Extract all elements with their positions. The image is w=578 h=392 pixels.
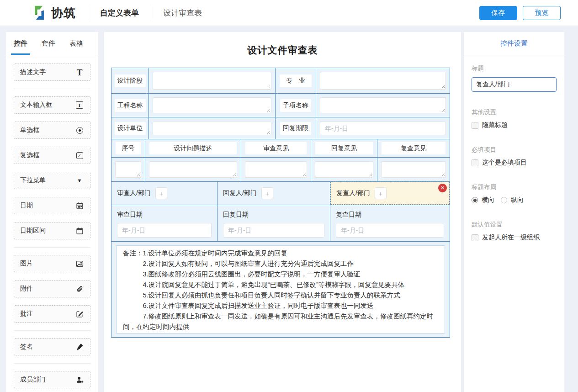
people-label: 复查人/部门 xyxy=(336,189,370,197)
control-item-label: 签名 xyxy=(20,343,33,351)
control-item-label: 日期区间 xyxy=(20,227,46,235)
field-label: 设计单位 xyxy=(115,122,146,135)
tab-kits[interactable]: 套件 xyxy=(42,32,55,55)
specialty-textarea[interactable] xyxy=(320,72,446,90)
reviewer-department-cell[interactable]: 审查人/部门 + xyxy=(111,182,217,205)
resize-handle-icon[interactable] xyxy=(440,108,445,112)
checkbox-icon: ✓ xyxy=(75,151,84,160)
reply-deadline-date-input[interactable] xyxy=(320,122,446,135)
design-issue-textarea[interactable] xyxy=(149,161,237,178)
table-input-cell xyxy=(241,158,311,181)
control-item-annotation[interactable]: 批注 xyxy=(14,305,90,323)
resize-handle-icon[interactable] xyxy=(440,84,445,88)
radio-icon[interactable] xyxy=(472,197,478,203)
control-item-date[interactable]: 日期 xyxy=(14,197,90,214)
rechecker-department-cell-selected[interactable]: 复查人/部门 + ✕ xyxy=(330,182,450,205)
nav-custom-form[interactable]: 自定义表单 xyxy=(100,8,139,18)
divider xyxy=(88,5,88,21)
subitem-name-textarea[interactable] xyxy=(320,97,446,113)
column-header: 审查意见 xyxy=(245,142,307,154)
resize-handle-icon[interactable] xyxy=(368,172,372,176)
checkbox-icon[interactable] xyxy=(472,122,478,129)
field-label: 专 业 xyxy=(280,74,312,87)
table-header-cell: 设计问题描述 xyxy=(145,139,241,157)
control-item-dropdown[interactable]: 下拉菜单 ▼ xyxy=(14,172,90,189)
layout-vertical-radio[interactable]: 纵向 xyxy=(501,196,524,204)
people-row: 审查人/部门 + 回复人/部门 + 复查人/部门 + ✕ xyxy=(111,182,450,205)
radio-icon[interactable] xyxy=(501,197,507,203)
design-unit-textarea[interactable] xyxy=(153,121,271,135)
table-input-cell xyxy=(145,158,241,181)
main-layout: 控件 套件 表格 描述文字 T 文本输入框 T 单选框 复选框 ✓ xyxy=(0,26,578,392)
resize-handle-icon[interactable] xyxy=(232,172,236,176)
serial-number-textarea[interactable] xyxy=(115,161,141,178)
control-item-label: 描述文字 xyxy=(20,68,46,76)
add-member-button[interactable]: + xyxy=(261,187,273,199)
title-input[interactable] xyxy=(472,77,557,92)
control-item-radio[interactable]: 单选框 xyxy=(14,122,90,139)
replier-department-cell[interactable]: 回复人/部门 + xyxy=(217,182,330,205)
divider xyxy=(14,363,90,364)
control-item-member-department[interactable]: 成员部门 xyxy=(14,371,90,388)
form-row: 设计阶段 专 业 xyxy=(111,68,450,94)
layout-horizontal-radio[interactable]: 横向 xyxy=(472,196,494,204)
tab-tables[interactable]: 表格 xyxy=(69,32,83,55)
form-title: 设计文件审查表 xyxy=(104,32,461,68)
tab-controls[interactable]: 控件 xyxy=(14,32,27,55)
control-item-description-text[interactable]: 描述文字 T xyxy=(14,64,90,81)
title-setting-label: 标题 xyxy=(472,64,557,73)
table-header-cell: 复查意见 xyxy=(377,139,450,157)
checkbox-icon[interactable] xyxy=(472,159,478,166)
design-stage-textarea[interactable] xyxy=(153,72,271,90)
save-button[interactable]: 保存 xyxy=(479,6,517,20)
review-date-input[interactable] xyxy=(117,223,212,238)
remark-line: 7.修改图纸原则上和审查表一同发送，如确是有原因可和业主沟通后先发审查表，修改图… xyxy=(123,311,438,332)
add-member-button[interactable]: + xyxy=(375,187,387,199)
field-input-cell xyxy=(149,117,276,139)
dropdown-icon: ▼ xyxy=(75,176,84,185)
resize-handle-icon[interactable] xyxy=(440,172,445,176)
top-bar: 协筑 自定义表单 设计审查表 保存 预览 xyxy=(0,0,578,26)
logo-icon xyxy=(31,5,48,21)
remarks-box[interactable]: 备注：1.设计单位必须在规定时间内完成审查意见的回复 2.设计回复人如有疑问，可… xyxy=(116,245,445,334)
table-header-row: 序号 设计问题描述 审查意见 回复意见 复查意见 xyxy=(111,139,450,158)
control-item-checkbox[interactable]: 复选框 ✓ xyxy=(14,147,90,164)
resize-handle-icon[interactable] xyxy=(136,172,140,176)
image-icon xyxy=(75,259,84,268)
delete-control-button[interactable]: ✕ xyxy=(438,184,447,192)
default-org-checkbox[interactable]: 发起人所在一级组织 xyxy=(472,233,557,242)
reply-date-input[interactable] xyxy=(223,223,324,238)
resize-handle-icon[interactable] xyxy=(266,130,270,134)
hide-title-checkbox[interactable]: 隐藏标题 xyxy=(472,121,557,129)
control-item-attachment[interactable]: 附件 xyxy=(14,280,90,297)
radio-label: 横向 xyxy=(482,196,494,204)
control-item-text-input[interactable]: 文本输入框 T xyxy=(14,96,90,114)
date-icon xyxy=(75,201,84,210)
table-input-cell xyxy=(377,158,450,181)
resize-handle-icon[interactable] xyxy=(266,108,270,112)
table-input-row xyxy=(111,158,450,182)
remark-line: 备注：1.设计单位必须在规定时间内完成审查意见的回复 xyxy=(123,248,438,259)
reply-date-cell: 回复日期 xyxy=(217,205,330,241)
recheck-opinion-textarea[interactable] xyxy=(381,161,446,178)
required-checkbox[interactable]: 这个是必填项目 xyxy=(472,159,557,167)
preview-button[interactable]: 预览 xyxy=(523,6,561,20)
control-item-signature[interactable]: 签名 xyxy=(14,338,90,355)
remark-line: 6.设计文件审查表回复完成后扫描发送业主验证，同时电子版审查表也一同发送 xyxy=(123,301,438,311)
project-name-textarea[interactable] xyxy=(153,97,271,113)
reply-opinion-textarea[interactable] xyxy=(315,161,373,178)
resize-handle-icon[interactable] xyxy=(266,84,270,88)
logo[interactable]: 协筑 xyxy=(31,5,76,21)
control-item-date-range[interactable]: 日期区间 xyxy=(14,222,90,239)
add-member-button[interactable]: + xyxy=(155,187,167,199)
control-item-image[interactable]: 图片 xyxy=(14,255,90,272)
review-opinion-textarea[interactable] xyxy=(245,161,307,178)
table-header-cell: 审查意见 xyxy=(241,139,311,157)
checkbox-icon[interactable] xyxy=(472,234,478,241)
field-input-cell xyxy=(149,68,276,93)
recheck-date-input[interactable] xyxy=(336,223,444,238)
field-label: 设计阶段 xyxy=(115,74,146,87)
resize-handle-icon[interactable] xyxy=(302,172,306,176)
control-item-label: 图片 xyxy=(20,260,33,268)
default-value-label: 默认值设置 xyxy=(472,221,557,229)
